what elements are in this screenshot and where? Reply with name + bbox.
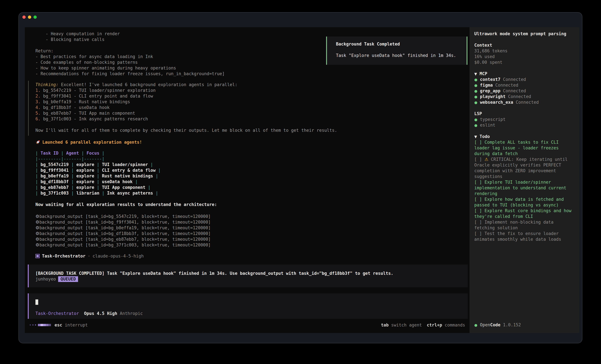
table-row: |bg_37f1c003|librarian|Ink async pattern…	[35, 190, 470, 196]
gear-icon: ⚙	[35, 220, 39, 225]
table-cell: explore	[74, 185, 97, 190]
rocket-icon	[35, 139, 41, 145]
todo-text: Complete ALL tasks to fix CLI loader lag…	[474, 140, 561, 156]
mcp-server-row: ● playwright Connected	[474, 94, 574, 99]
sidebar-footer: ● OpenCode 1.0.152	[474, 322, 521, 328]
pipe: |	[61, 151, 64, 156]
pipe: |	[35, 162, 38, 167]
zoom-button[interactable]	[33, 16, 37, 19]
pipe: |	[71, 168, 74, 173]
mcp-server-name: playwright	[480, 94, 506, 99]
tool-call-line: ⚙background_output [task_id=bg_b0effa19,…	[35, 225, 470, 230]
status-dot-icon: ●	[474, 83, 477, 87]
table-cell: bg_37f1c003	[38, 191, 71, 196]
prompt-input[interactable]: Task-Orchestrator Opus 4.5 High Anthropi…	[28, 293, 468, 319]
todo-section-header[interactable]: ▼ Todo	[474, 134, 574, 139]
context-stat-line: $0.00 spent	[474, 59, 574, 65]
brand-code: Code	[490, 322, 501, 327]
pipe: |	[81, 151, 84, 156]
table-cell: explore	[74, 162, 97, 167]
gear-icon: ⚙	[35, 237, 39, 242]
tool-call-lines: ⚙background_output [task_id=bg_5547c219,…	[35, 213, 470, 248]
pipe: |	[150, 162, 153, 167]
minimize-button[interactable]	[28, 16, 31, 19]
todo-text: Implement non-blocking data fetching sol…	[474, 220, 556, 230]
pipe: |	[102, 191, 105, 196]
table-row: |bg_5547c219|explore|TUI loader/spinner|	[35, 162, 470, 167]
transcript-line: - Recommendations for fixing loader free…	[35, 71, 470, 77]
thinking-list-item: 3. bg_b0effa19 - Rust native bindings	[35, 99, 470, 105]
pipe: |	[35, 168, 38, 173]
todo-checkbox: [ ]	[474, 220, 485, 225]
table-cell: Rust native bindings	[99, 173, 155, 178]
sidebar: Ultrawork mode system prompt parsing Con…	[470, 27, 579, 333]
brand-open: Open	[480, 322, 490, 327]
list-number: 1.	[35, 88, 40, 93]
message-author: junhoyeo	[35, 277, 56, 281]
gear-icon: ⚙	[35, 242, 39, 247]
session-title: Ultrawork mode system prompt parsing	[474, 31, 574, 37]
lsp-server-name: typescript	[480, 117, 506, 122]
list-number: 6.	[35, 116, 40, 121]
status-dot-icon: ●	[474, 78, 477, 82]
todo-item: [ ] ⚠Explore Rust core bindings and how …	[474, 208, 572, 219]
gear-icon: ⚙	[35, 225, 39, 230]
todo-checkbox: [ ]	[474, 197, 485, 202]
todo-text: Test the fix to ensure loader animates s…	[474, 231, 561, 242]
transcript-line: - How to keep spinner animating during h…	[35, 65, 470, 71]
table-row: |bg_df18bb3f|explore|useData hook|	[35, 179, 470, 185]
pipe: |	[35, 185, 38, 190]
thinking-block: Thinking: Excellent! I've launched 6 bac…	[28, 81, 470, 136]
agent-name: Task-Orchestrator	[42, 254, 85, 259]
table-cell: librarian	[74, 191, 102, 196]
table-cell: Ink async patterns	[105, 191, 156, 196]
tab-hint: tab switch agent	[381, 323, 422, 327]
todo-item: [ ] ⚠Implement non-blocking data fetchin…	[474, 219, 572, 231]
mcp-server-name: websearch_exa	[480, 100, 513, 105]
thinking-agent-list: 1. bg_5547c219 - TUI loader/spinner expl…	[35, 87, 470, 122]
pipe: |	[97, 162, 100, 167]
lsp-server-name: eslint	[480, 123, 495, 127]
todo-item: [ ] ⚠Complete ALL tasks to fix CLI loade…	[474, 139, 572, 157]
todo-list: [ ] ⚠Complete ALL tasks to fix CLI loade…	[474, 139, 572, 242]
todo-item: [ ] ⚠Explore TUI loader/spinner implemen…	[474, 179, 572, 197]
table-cell: TUI loader/spinner	[99, 162, 150, 167]
input-model-name[interactable]: Opus 4.5 High	[84, 311, 117, 316]
pipe: |	[35, 151, 38, 156]
status-dot-icon: ●	[474, 95, 477, 99]
agent-header-row: Task-Orchestrator · claude-opus-4-5-high	[35, 253, 470, 259]
mcp-server-status: Connected	[495, 83, 518, 87]
background-task-notification[interactable]: Background Task Completed Task "Explore …	[326, 37, 467, 65]
collapse-triangle-icon[interactable]: ▼	[474, 72, 477, 76]
mcp-section-header[interactable]: ▼ MCP	[474, 71, 574, 77]
loading-spinner	[30, 324, 51, 326]
tool-call-line: ⚙background_output [task_id=bg_df18bb3f,…	[35, 230, 470, 236]
collapse-triangle-icon[interactable]: ▼	[474, 135, 477, 139]
todo-item: [ ] ⚠Test the fix to ensure loader anima…	[474, 231, 572, 242]
pipe: |	[35, 173, 38, 178]
mcp-server-list: ● context7 Connected ● figma Connected ●…	[474, 77, 574, 105]
list-number: 2.	[35, 94, 40, 98]
table-cell: bg_df18bb3f	[38, 179, 71, 184]
close-button[interactable]	[22, 16, 26, 19]
mcp-server-status: Connected	[503, 88, 526, 93]
pipe: |	[158, 168, 161, 173]
mcp-server-row: ● websearch_exa Connected	[474, 99, 574, 105]
tool-call-line: ⚙background_output [task_id=bg_5547c219,…	[35, 213, 470, 219]
pipe: |	[97, 185, 100, 190]
lsp-server-row: ● eslint	[474, 122, 574, 128]
tool-call-line: ⚙background_output [task_id=bg_eb87ebb7,…	[35, 236, 470, 242]
todo-item: [ ] ⚠ CRITICAL: Keep iterating until Ora…	[474, 157, 572, 179]
mcp-server-status: Connected	[503, 77, 526, 82]
announcement-line: Launched 6 parallel exploration agents!	[35, 139, 470, 145]
context-heading: Context	[474, 42, 574, 48]
status-bar: esc interrupt tab switch agent ctrl+p co…	[25, 322, 470, 328]
thinking-list-item: 6. bg_37f1c003 - Ink async patterns rese…	[35, 116, 470, 122]
queued-message-text: [BACKGROUND TASK COMPLETED] Task "Explor…	[35, 270, 464, 276]
pipe: |	[35, 191, 38, 196]
thinking-list-item: 5. bg_eb87ebb7 - TUI App main component	[35, 110, 470, 116]
agents-table: |Task ID|Agent|Focus| |---------|-------…	[35, 150, 470, 196]
input-agent-name[interactable]: Task-Orchestrator	[35, 311, 79, 316]
announcement-text: Launched 6 parallel exploration agents!	[42, 139, 142, 145]
input-agent-row: Task-Orchestrator Opus 4.5 High Anthropi…	[35, 311, 464, 316]
